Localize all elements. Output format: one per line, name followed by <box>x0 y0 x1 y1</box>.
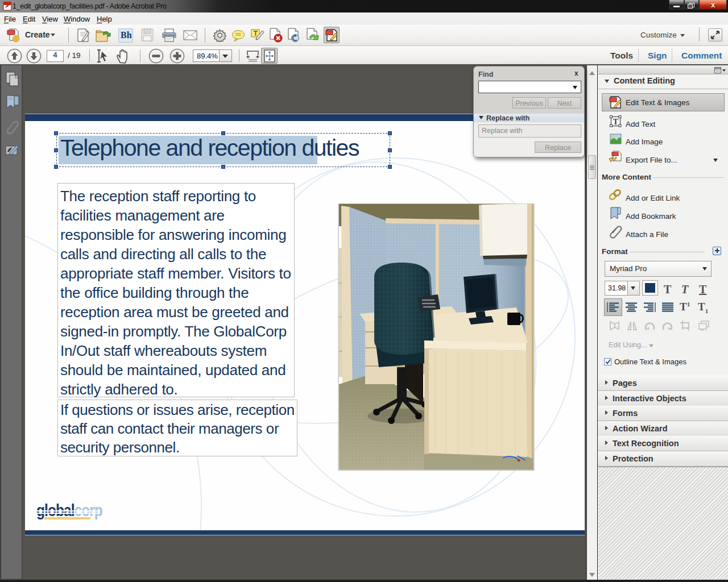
svg-text:T: T <box>613 118 619 126</box>
